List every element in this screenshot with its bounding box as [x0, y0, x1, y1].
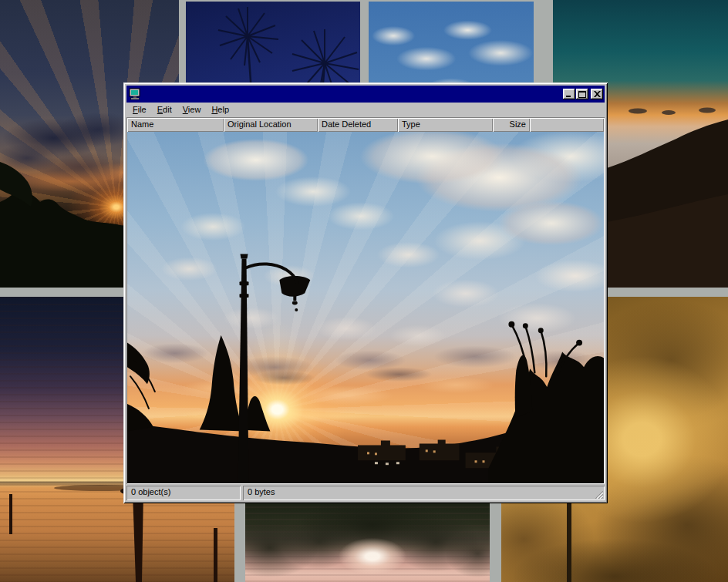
close-icon [594, 91, 601, 97]
photo-silhouettes [127, 132, 604, 483]
minimize-button[interactable] [563, 89, 575, 99]
column-header-size[interactable]: Size [493, 118, 530, 132]
menu-view[interactable]: View [177, 103, 207, 116]
menu-edit[interactable]: Edit [152, 103, 177, 116]
status-size: 0 bytes [243, 486, 605, 500]
status-size-text: 0 bytes [248, 487, 275, 496]
column-header-row: Name Original Location Date Deleted Type… [127, 118, 604, 132]
folder-view-photo[interactable] [127, 132, 604, 483]
menu-bar: File Edit View Help [126, 103, 605, 117]
recycle-bin-window: File Edit View Help Name Original Locati… [123, 82, 608, 503]
maximize-icon [578, 91, 586, 98]
status-object-count: 0 object(s) [126, 486, 241, 500]
list-view: Name Original Location Date Deleted Type… [126, 117, 605, 484]
titlebar[interactable] [126, 86, 605, 103]
column-header-name[interactable]: Name [127, 118, 224, 132]
minimize-icon [565, 91, 573, 98]
column-header-original-location[interactable]: Original Location [224, 118, 318, 132]
column-header-type[interactable]: Type [398, 118, 493, 132]
close-button[interactable] [591, 89, 603, 99]
my-computer-icon[interactable] [129, 88, 141, 100]
menu-help[interactable]: Help [206, 103, 234, 116]
menu-file[interactable]: File [127, 103, 152, 116]
column-header-filler [530, 118, 604, 132]
maximize-button[interactable] [576, 89, 588, 99]
resize-grip-icon[interactable] [594, 489, 603, 499]
status-bar: 0 object(s) 0 bytes [126, 486, 605, 500]
column-header-date-deleted[interactable]: Date Deleted [318, 118, 398, 132]
